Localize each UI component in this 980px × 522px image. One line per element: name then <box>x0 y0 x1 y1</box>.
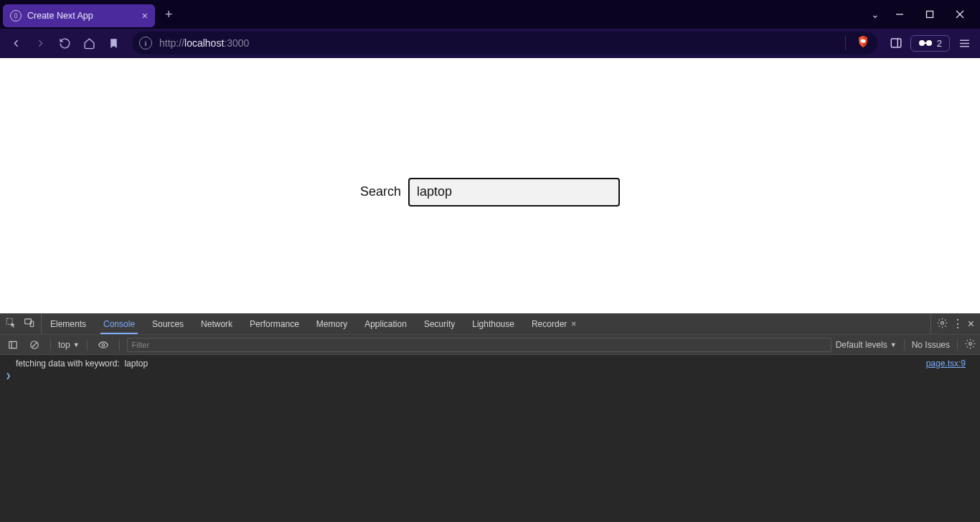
forward-button[interactable] <box>30 33 50 53</box>
log-source-link[interactable]: page.tsx:9 <box>926 359 974 369</box>
tab-title: Create Next App <box>27 11 93 21</box>
tab-recorder[interactable]: Recorder× <box>523 313 585 334</box>
tab-console[interactable]: Console <box>95 313 143 334</box>
globe-icon <box>10 10 22 22</box>
window-titlebar: Create Next App × + ⌄ <box>0 0 980 29</box>
browser-navbar: i http://localhost:3000 2 <box>0 29 980 58</box>
toggle-sidebar-icon[interactable] <box>4 336 22 353</box>
more-icon[interactable]: ⋮ <box>952 317 963 331</box>
svg-rect-17 <box>9 341 17 348</box>
clear-console-icon[interactable] <box>26 336 43 353</box>
svg-rect-1 <box>927 11 933 18</box>
tab-network[interactable]: Network <box>192 313 241 334</box>
site-info-icon[interactable]: i <box>139 37 152 49</box>
svg-point-16 <box>941 321 943 324</box>
tab-memory[interactable]: Memory <box>308 313 356 334</box>
close-tab-icon[interactable]: × <box>142 10 148 22</box>
tab-elements[interactable]: Elements <box>42 313 95 334</box>
address-bar[interactable]: i http://localhost:3000 <box>132 32 877 54</box>
settings-icon[interactable] <box>937 318 948 331</box>
devtools-tabbar: Elements Console Sources Network Perform… <box>0 313 980 335</box>
console-log-row: fetching data with keyword: laptop page.… <box>0 358 980 369</box>
page-content: Search <box>0 58 980 313</box>
device-toggle-icon[interactable] <box>24 318 35 331</box>
tor-count: 2 <box>937 38 942 49</box>
glasses-icon <box>918 38 933 49</box>
context-selector[interactable]: top ▼ <box>58 340 80 350</box>
tab-security[interactable]: Security <box>415 313 463 334</box>
svg-point-7 <box>919 40 925 46</box>
log-message: fetching data with keyword: laptop <box>16 359 148 369</box>
console-settings-icon[interactable] <box>965 338 976 351</box>
svg-point-8 <box>926 40 932 46</box>
home-button[interactable] <box>79 33 99 53</box>
sidebar-toggle-icon[interactable] <box>886 33 906 53</box>
minimize-button[interactable] <box>890 4 910 24</box>
inspect-element-icon[interactable] <box>6 318 17 331</box>
url-text: http://localhost:3000 <box>159 37 249 49</box>
tab-performance[interactable]: Performance <box>241 313 308 334</box>
svg-point-4 <box>860 39 865 43</box>
chevron-down-icon[interactable]: ⌄ <box>871 9 880 20</box>
devtools-close-icon[interactable]: × <box>968 318 974 331</box>
tab-application[interactable]: Application <box>356 313 415 334</box>
menu-button[interactable] <box>954 37 974 49</box>
devtools-panel: Elements Console Sources Network Perform… <box>0 313 980 522</box>
live-expression-icon[interactable] <box>95 336 112 353</box>
new-tab-button[interactable]: + <box>165 7 173 22</box>
console-toolbar: top ▼ Default levels ▼ No Issues <box>0 335 980 355</box>
tab-sources[interactable]: Sources <box>143 313 192 334</box>
console-prompt[interactable]: ❯ <box>0 369 980 382</box>
filter-input[interactable] <box>127 338 831 352</box>
close-window-button[interactable] <box>950 4 970 24</box>
close-icon[interactable]: × <box>571 319 576 329</box>
tab-lighthouse[interactable]: Lighthouse <box>463 313 523 334</box>
console-output[interactable]: fetching data with keyword: laptop page.… <box>0 355 980 522</box>
log-levels-selector[interactable]: Default levels ▼ <box>836 340 897 350</box>
svg-line-20 <box>32 342 37 347</box>
svg-point-22 <box>969 342 972 345</box>
divider <box>845 36 846 50</box>
tor-badge[interactable]: 2 <box>910 35 950 52</box>
back-button[interactable] <box>6 33 26 53</box>
search-input[interactable] <box>408 178 620 207</box>
issues-button[interactable]: No Issues <box>912 340 950 350</box>
bookmark-icon[interactable] <box>103 33 123 53</box>
brave-shield-icon[interactable] <box>856 34 870 52</box>
maximize-button[interactable] <box>920 4 940 24</box>
search-label: Search <box>360 184 401 199</box>
svg-rect-5 <box>891 39 901 47</box>
browser-tab[interactable]: Create Next App × <box>3 4 155 27</box>
reload-button[interactable] <box>55 33 75 53</box>
svg-point-21 <box>102 343 105 346</box>
